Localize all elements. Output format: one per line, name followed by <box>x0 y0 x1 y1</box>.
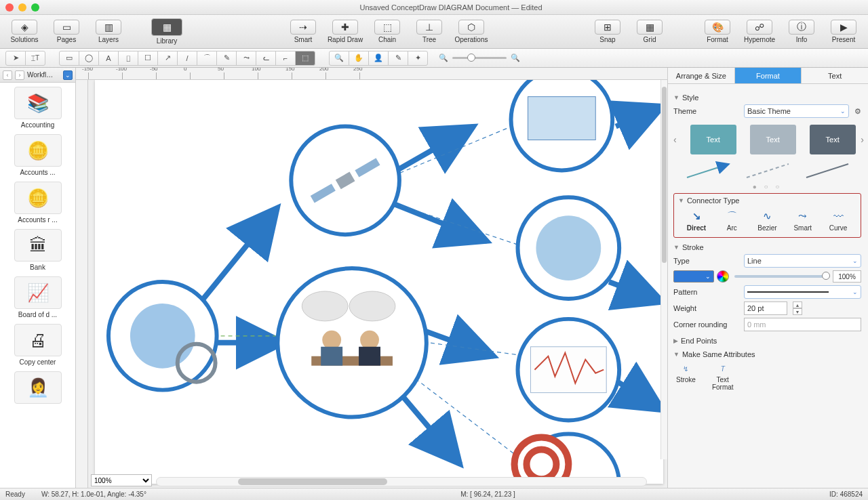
pattern-select[interactable]: ⌄ <box>744 285 861 299</box>
connector-icon: ∿ <box>760 210 775 222</box>
svg-line-38 <box>687 164 729 178</box>
shape-tool[interactable]: ⌐ <box>275 51 296 66</box>
text-select-tool[interactable]: ⌶T <box>25 51 45 66</box>
zoom-out-icon[interactable]: 🔍 <box>439 54 448 62</box>
tab-arrange[interactable]: Arrange & Size <box>668 68 735 83</box>
section-connector[interactable]: ▼Connector Type <box>678 196 856 205</box>
format-button[interactable]: 🎨Format <box>698 20 736 43</box>
library-thumb-icon: 🏛 <box>14 229 62 262</box>
weight-input[interactable]: 20 pt <box>744 301 787 315</box>
tab-format[interactable]: Format <box>735 68 802 83</box>
grid-button[interactable]: ▦Grid <box>631 20 669 43</box>
format-icon: 🎨 <box>705 20 730 35</box>
present-button[interactable]: ▶Present <box>825 20 863 43</box>
same-stroke-button[interactable]: ↯Stroke <box>676 362 696 391</box>
stroke-color-chip[interactable]: ⌄ <box>673 270 714 283</box>
shape-tool[interactable]: ◯ <box>79 51 99 66</box>
shape-tool[interactable]: ⌒ <box>197 51 217 66</box>
minimize-icon[interactable] <box>18 3 26 12</box>
zoom-select[interactable]: 100% <box>91 474 152 486</box>
select-tool[interactable]: ➤ <box>5 51 26 66</box>
shape-tool[interactable]: ⌷ <box>118 51 138 66</box>
same-text-format-button[interactable]: TText Format <box>712 362 734 391</box>
rapid-draw-button[interactable]: ✚Rapid Draw <box>326 20 364 43</box>
canvas-area: -150-100-50050100150200250 <box>76 68 667 488</box>
style-prev-icon[interactable]: ‹ <box>673 134 677 145</box>
zoom-slider[interactable]: 🔍 🔍 <box>439 54 520 62</box>
library-item[interactable]: 🪙Accounts r ... <box>1 182 74 224</box>
connector-smart[interactable]: ⤳Smart <box>789 210 817 232</box>
view-tool[interactable]: ✋ <box>349 51 369 66</box>
style-swatch-1[interactable]: Text <box>690 125 736 154</box>
library-item[interactable]: 📚Accounting <box>1 87 74 129</box>
corner-input[interactable]: 0 mm <box>744 318 861 331</box>
lib-prev-button[interactable]: ‹ <box>3 70 12 80</box>
shape-tool[interactable]: ✎ <box>216 51 237 66</box>
operations-button[interactable]: ⬡Operations <box>452 20 490 43</box>
zoom-in-icon[interactable]: 🔍 <box>511 54 520 62</box>
scrollbar-horizontal[interactable] <box>156 477 647 486</box>
connector-arc[interactable]: ⌒Arc <box>717 210 746 232</box>
view-tool[interactable]: 🔍 <box>329 51 349 66</box>
shape-tool[interactable]: ▭ <box>59 51 79 66</box>
lib-dropdown-icon[interactable]: ⌄ <box>63 70 73 80</box>
library-item[interactable]: 🏛Bank <box>1 229 74 271</box>
titlebar: Unsaved ConceptDraw DIAGRAM Document — E… <box>0 0 868 15</box>
view-tool[interactable]: ✎ <box>388 51 408 66</box>
solutions-button[interactable]: ◈Solutions <box>5 20 43 43</box>
view-tool[interactable]: ✦ <box>408 51 428 66</box>
page-dots[interactable]: ● ○ ○ <box>673 183 861 190</box>
style-next-icon[interactable]: › <box>861 134 864 145</box>
library-item[interactable]: 🪙Accounts ... <box>1 134 74 176</box>
lib-next-button[interactable]: › <box>15 70 24 80</box>
weight-stepper[interactable]: ▲▼ <box>793 301 802 315</box>
solutions-icon: ◈ <box>12 20 37 35</box>
close-icon[interactable] <box>5 3 14 12</box>
scrollbar-vertical[interactable] <box>660 80 667 459</box>
shape-tool[interactable]: ↗ <box>157 51 178 66</box>
chain-button[interactable]: ⬚Chain <box>368 20 406 43</box>
style-swatch-2[interactable]: Text <box>750 125 796 154</box>
zoom-icon[interactable] <box>31 3 39 12</box>
info-button[interactable]: ⓘInfo <box>783 20 821 43</box>
stroke-type-select[interactable]: Line⌄ <box>744 254 861 268</box>
shape-tool[interactable]: ⬚ <box>295 51 315 66</box>
color-wheel-icon[interactable] <box>717 270 729 283</box>
svg-point-32 <box>349 291 395 321</box>
opacity-slider[interactable]: 100% <box>734 270 861 283</box>
view-tool[interactable]: 👤 <box>368 51 389 66</box>
canvas-page[interactable]: 100% <box>88 80 667 488</box>
connector-curve[interactable]: 〰Curve <box>824 210 852 232</box>
theme-select[interactable]: Basic Theme⌄ <box>744 104 849 118</box>
snap-button[interactable]: ⊞Snap <box>589 20 627 43</box>
shape-tool[interactable]: / <box>177 51 197 66</box>
line-style-previews[interactable] <box>684 161 861 180</box>
style-swatch-3[interactable]: Text <box>810 125 856 154</box>
shape-tool[interactable]: ☐ <box>138 51 158 66</box>
section-endpoints[interactable]: ▶End Points <box>673 337 861 345</box>
shape-tool[interactable]: ᓚ <box>256 51 276 66</box>
svg-line-8 <box>616 106 663 127</box>
layers-button[interactable]: ▥Layers <box>90 20 127 43</box>
pages-button[interactable]: ▭Pages <box>47 20 85 43</box>
smart-button[interactable]: ⇢Smart <box>284 20 322 43</box>
section-same-attrs[interactable]: ▼Make Same Attributes <box>673 350 861 358</box>
section-stroke[interactable]: ▼Stroke <box>673 243 861 251</box>
library-item[interactable]: 📈Board of d ... <box>1 276 74 318</box>
hypernote-button[interactable]: ☍Hypernote <box>741 20 778 43</box>
info-icon: ⓘ <box>789 20 814 35</box>
tree-button[interactable]: ⊥Tree <box>410 20 448 43</box>
library-item[interactable]: 🖨Copy center <box>1 324 74 366</box>
tab-text[interactable]: Text <box>802 68 868 83</box>
section-style[interactable]: ▼Style <box>673 93 861 102</box>
smart-icon: ⇢ <box>290 20 316 35</box>
library-item[interactable]: 👩‍💼 <box>1 371 74 406</box>
shape-toolbar: ➤ ⌶T ▭◯A⌷☐↗/⌒✎⤳ᓚ⌐⬚ 🔍✋👤✎✦ 🔍 🔍 <box>0 49 868 68</box>
library-icon: ▦ <box>151 18 182 36</box>
shape-tool[interactable]: ⤳ <box>236 51 256 66</box>
connector-bezier[interactable]: ∿Bezier <box>753 210 782 232</box>
gear-icon[interactable]: ⚙ <box>854 107 861 116</box>
connector-direct[interactable]: ↘Direct <box>682 210 711 232</box>
library-button[interactable]: ▦Library <box>148 18 186 45</box>
shape-tool[interactable]: A <box>98 51 119 66</box>
